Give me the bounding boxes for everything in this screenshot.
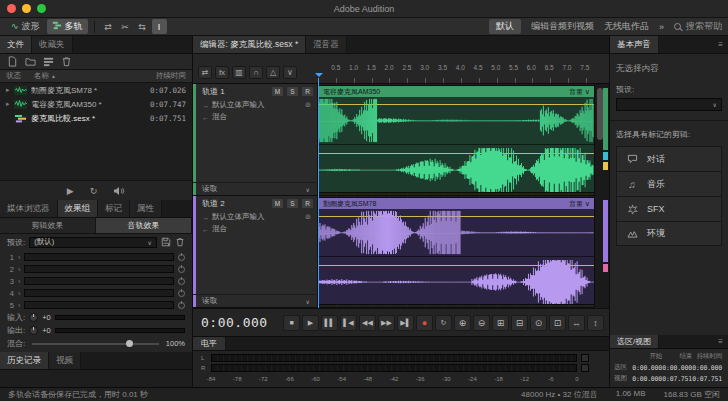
mute-button[interactable]: M (272, 87, 283, 96)
pause-button[interactable]: ▌▌ (321, 315, 338, 331)
track-2-header[interactable]: 轨道 2 M S R → 默认立体声输入 ⊘ ← 混合 (193, 196, 318, 307)
preview-play-button[interactable]: ▶ (67, 186, 74, 196)
fx-slot-empty[interactable] (24, 277, 174, 285)
selection-duration[interactable]: 0:00.000 (692, 364, 722, 372)
mix-slider[interactable] (32, 343, 159, 345)
zoom-to-selection-button[interactable]: ↔ (568, 315, 585, 331)
mute-button[interactable]: M (272, 199, 283, 208)
tab-properties[interactable]: 属性 (130, 200, 162, 217)
track-meters-toggle[interactable]: ▥ (232, 66, 246, 79)
zoom-out-time-button[interactable]: ⊖ (473, 315, 490, 331)
search-help[interactable]: 搜索帮助 (674, 20, 722, 33)
mix-slider-thumb[interactable] (126, 340, 133, 347)
timeline-options-button[interactable]: ∨ (283, 66, 297, 79)
tab-media-browser[interactable]: 媒体浏览器 (0, 200, 58, 217)
zoom-in-time-button[interactable]: ⊕ (454, 315, 471, 331)
track-name[interactable]: 轨道 1 (202, 86, 268, 97)
fx-slot-row[interactable]: 5› (7, 299, 185, 311)
expand-chevron-icon[interactable]: ▸ (6, 100, 14, 108)
fx-slot-empty[interactable] (24, 265, 174, 273)
import-file-icon[interactable] (7, 56, 18, 67)
fx-slot-power-toggle[interactable] (178, 278, 185, 285)
insert-clip-icon[interactable]: ⇄ (198, 66, 212, 79)
tab-essential-sound[interactable]: 基本声音 (610, 36, 659, 53)
playhead[interactable] (318, 78, 319, 308)
delete-preset-icon[interactable] (175, 237, 185, 247)
vertical-scrollbar[interactable] (594, 84, 609, 308)
tab-files[interactable]: 文件 (0, 36, 32, 53)
es-item-sfx[interactable]: SFX (616, 196, 722, 221)
clip-dynamic-mic[interactable]: 動圈麥克風SM78 音量 ∨ (318, 197, 595, 305)
razor-tool-button[interactable]: ✂ (118, 19, 133, 34)
zoom-out-amplitude-button[interactable]: ⊟ (511, 315, 528, 331)
view-start[interactable]: 0:00.000 (632, 375, 662, 383)
solo-button[interactable]: S (287, 87, 298, 96)
loop-playback-button[interactable]: ↻ (435, 315, 452, 331)
automation-mode-dropdown[interactable]: 读取∨ (193, 182, 316, 195)
time-selection-tool-button[interactable]: I (152, 19, 167, 34)
clip-header[interactable]: 電容麥克風AM350 音量 ∨ (319, 86, 594, 97)
clip-volume-dropdown[interactable]: 音量 ∨ (569, 87, 590, 97)
automation-mode-dropdown[interactable]: 读取∨ (193, 294, 316, 307)
tab-video[interactable]: 视频 (49, 352, 81, 369)
zoom-to-in-point-button[interactable]: ⊙ (530, 315, 547, 331)
fx-slot-row[interactable]: 3› (7, 275, 185, 287)
track-output-row[interactable]: ← 混合 (193, 223, 317, 235)
fx-slot-power-toggle[interactable] (178, 302, 185, 309)
fx-slot-empty[interactable] (24, 301, 174, 309)
fx-slot-row[interactable]: 1› (7, 251, 185, 263)
skip-to-start-button[interactable]: ▌◀ (340, 315, 357, 331)
tab-markers[interactable]: 标记 (98, 200, 130, 217)
arm-record-button[interactable]: R (302, 87, 313, 96)
workspace-edit-audio-to-video-button[interactable]: 编辑音频到视频 (531, 20, 594, 33)
tab-editor-session[interactable]: 编辑器: 麥克風比較.sesx * (193, 36, 306, 53)
workspace-radio-production-button[interactable]: 无线电作品 (604, 20, 649, 33)
file-row[interactable]: ▸ 電容麥克風AM350 * 0:07.747 (0, 97, 192, 111)
zoom-to-out-point-button[interactable]: ⊡ (549, 315, 566, 331)
file-row-session[interactable]: 麥克風比較.sesx * 0:07.751 (0, 111, 192, 125)
auto-play-speaker-icon[interactable] (113, 186, 125, 196)
fx-slot-row[interactable]: 4› (7, 287, 185, 299)
snapping-toggle[interactable]: ∩ (249, 66, 263, 79)
track-effects-tab[interactable]: 音轨效果 (96, 218, 192, 233)
output-gain-knob[interactable] (29, 326, 38, 335)
clip-condenser-mic[interactable]: 電容麥克風AM350 音量 ∨ (318, 85, 595, 193)
es-item-dialogue[interactable]: 对话 (616, 146, 722, 171)
tab-levels[interactable]: 电平 (193, 337, 226, 350)
fx-slot-row[interactable]: 2› (7, 263, 185, 275)
fx-slot-power-toggle[interactable] (178, 290, 185, 297)
zoom-out-full-button[interactable]: ↕ (587, 315, 604, 331)
clip-effects-tab[interactable]: 剪辑效果 (0, 218, 96, 233)
minimize-window-button[interactable] (22, 4, 31, 13)
fx-slot-power-toggle[interactable] (178, 254, 185, 261)
slip-tool-button[interactable]: ⇆ (135, 19, 150, 34)
panel-menu-icon[interactable]: ≡ (713, 335, 728, 348)
column-duration[interactable]: 持续时间 (140, 71, 186, 81)
tab-history[interactable]: 历史记录 (0, 352, 49, 369)
preset-dropdown[interactable]: (默认)∨ (29, 237, 157, 248)
metronome-toggle[interactable]: △ (266, 66, 280, 79)
stop-button[interactable]: ■ (283, 315, 300, 331)
zoom-in-amplitude-button[interactable]: ⊞ (492, 315, 509, 331)
clip-volume-dropdown[interactable]: 音量 ∨ (569, 199, 590, 209)
tab-selection-view[interactable]: 选区/视图 (610, 335, 659, 348)
record-button[interactable]: ● (416, 315, 433, 331)
preview-loop-button[interactable]: ↻ (90, 186, 98, 196)
multitrack-view-button[interactable]: 多轨 (47, 19, 88, 34)
column-status[interactable]: 状态 (6, 71, 34, 81)
workspace-default-button[interactable]: 默认 (489, 19, 521, 34)
file-row[interactable]: ▸ 動圈麥克風SM78 * 0:07.026 (0, 83, 192, 97)
track-input-row[interactable]: → 默认立体声输入 ⊘ (193, 211, 317, 223)
fullscreen-window-button[interactable] (37, 4, 46, 13)
tab-favorites[interactable]: 收藏夹 (32, 36, 73, 53)
rewind-button[interactable]: ◀◀ (359, 315, 376, 331)
tab-effects-rack[interactable]: 效果组 (58, 200, 99, 217)
fx-slot-power-toggle[interactable] (178, 266, 185, 273)
track-name[interactable]: 轨道 2 (202, 198, 268, 209)
view-duration[interactable]: 0:07.751 (692, 375, 722, 383)
fx-rack-toggle[interactable]: fx (215, 66, 229, 79)
fx-slot-empty[interactable] (24, 253, 174, 261)
solo-button[interactable]: S (287, 199, 298, 208)
input-gain-knob[interactable] (29, 313, 38, 322)
timeline-ruler[interactable]: 0.51.01.52.02.53.03.54.04.55.05.56.06.57… (318, 57, 594, 83)
